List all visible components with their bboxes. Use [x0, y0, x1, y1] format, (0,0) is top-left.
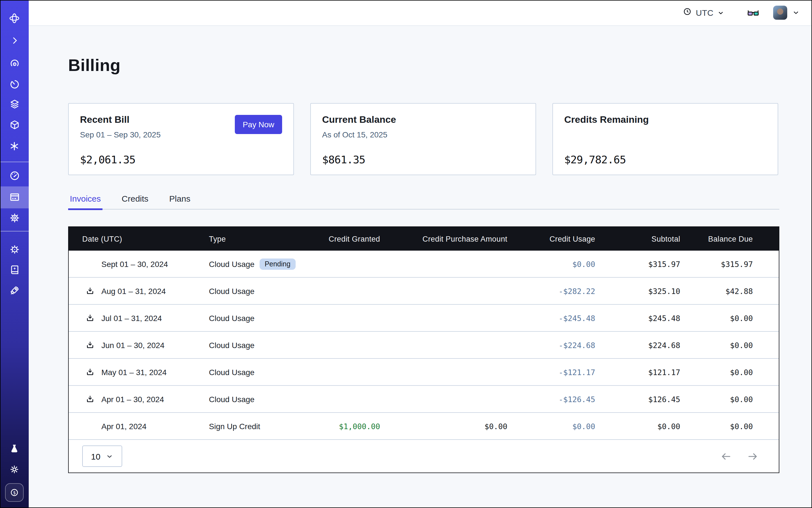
- summary-cards: Recent Bill Sep 01 – Sep 30, 2025 $2,061…: [68, 103, 779, 175]
- card-subtitle: As of Oct 15, 2025: [322, 130, 524, 140]
- download-slot-empty: [86, 421, 95, 431]
- layers-icon[interactable]: [0, 95, 29, 114]
- helm-icon[interactable]: [0, 240, 29, 259]
- gear-icon[interactable]: [0, 208, 29, 227]
- invoice-subtotal-amount: $0.00: [595, 422, 680, 431]
- invoice-date: Apr 01 – 30, 2024: [101, 394, 164, 404]
- card-title: Credits Remaining: [564, 114, 766, 126]
- download-invoice-icon[interactable]: [86, 367, 95, 377]
- column-header: Credit Purchase Amount: [380, 235, 507, 243]
- table-row: May 01 – 31, 2024Cloud Usage-$121.17$121…: [69, 359, 779, 386]
- current-balance-card: Current Balance As of Oct 15, 2025 $861.…: [310, 103, 536, 175]
- card-subtitle: [564, 130, 766, 140]
- sidebar-divider: [0, 231, 29, 231]
- invoice-usage-amount: -$245.48: [507, 313, 595, 323]
- rocket-icon[interactable]: [0, 281, 29, 300]
- invoice-date: Apr 01, 2024: [101, 422, 146, 431]
- pagination-arrows: [720, 450, 759, 462]
- table-row: Apr 01, 2024Sign Up Credit$1,000.00$0.00…: [69, 413, 779, 440]
- chevron-right-icon[interactable]: [0, 31, 29, 50]
- sidebar: $: [0, 0, 29, 508]
- orbit-logo-icon[interactable]: [0, 8, 29, 28]
- tab-invoices[interactable]: Invoices: [68, 194, 102, 210]
- table-row: Aug 01 – 31, 2024Cloud Usage-$282.22$325…: [69, 278, 779, 305]
- chevron-down-icon[interactable]: [792, 9, 800, 16]
- invoice-balance-amount: $0.00: [680, 368, 753, 377]
- invoice-date: Jun 01 – 30, 2024: [101, 340, 164, 349]
- glasses-icon[interactable]: [747, 6, 760, 19]
- timezone-selector[interactable]: UTC: [682, 7, 724, 18]
- invoice-type: Cloud Usage: [209, 394, 255, 404]
- status-badge: Pending: [260, 258, 296, 269]
- invoice-balance-amount: $0.00: [680, 394, 753, 404]
- invoice-type: Cloud Usage: [209, 286, 255, 295]
- download-invoice-icon[interactable]: [86, 340, 95, 350]
- invoice-type: Sign Up Credit: [209, 422, 260, 431]
- invoice-subtotal-amount: $245.48: [595, 313, 680, 323]
- column-header: Subtotal: [595, 235, 680, 243]
- tab-credits[interactable]: Credits: [120, 194, 150, 210]
- table-row: Apr 01 – 30, 2024Cloud Usage-$126.45$126…: [69, 386, 779, 413]
- billing-content: Billing Recent Bill Sep 01 – Sep 30, 202…: [68, 26, 779, 473]
- download-invoice-icon[interactable]: [86, 313, 95, 323]
- table-row: Jun 01 – 30, 2024Cloud Usage-$224.68$224…: [69, 332, 779, 359]
- download-slot-empty: [86, 259, 95, 269]
- invoice-usage-amount: -$126.45: [507, 394, 595, 404]
- flask-icon[interactable]: [0, 439, 29, 458]
- invoice-usage-amount: $0.00: [507, 259, 595, 268]
- user-avatar[interactable]: [773, 6, 787, 20]
- invoice-date: Jul 01 – 31, 2024: [101, 313, 162, 323]
- invoice-usage-amount: $0.00: [507, 422, 595, 431]
- invoice-type: Cloud Usage: [209, 340, 255, 349]
- timezone-label: UTC: [696, 8, 714, 17]
- download-invoice-icon[interactable]: [86, 286, 95, 296]
- tab-plans[interactable]: Plans: [168, 194, 192, 210]
- invoice-balance-amount: $0.00: [680, 340, 753, 349]
- invoice-balance-amount: $42.88: [680, 286, 753, 295]
- column-header: Date (UTC): [69, 235, 207, 243]
- billing-card-icon[interactable]: [0, 187, 29, 207]
- invoice-type: Cloud Usage: [209, 313, 255, 323]
- invoice-usage-amount: -$121.17: [507, 368, 595, 377]
- table-header: Date (UTC)TypeCredit GrantedCredit Purch…: [69, 227, 779, 251]
- invoice-type: Cloud Usage: [209, 368, 255, 377]
- asterisk-icon[interactable]: [0, 136, 29, 156]
- timer-icon[interactable]: [0, 74, 29, 93]
- column-header: Credit Usage: [507, 235, 595, 243]
- page-size-select[interactable]: 10: [82, 446, 122, 467]
- column-header: Balance Due: [680, 235, 753, 243]
- page-size-value: 10: [91, 452, 100, 461]
- invoice-subtotal-amount: $121.17: [595, 368, 680, 377]
- invoice-granted-amount: $1,000.00: [316, 422, 380, 431]
- chevron-down-icon: [106, 453, 114, 460]
- pay-now-button[interactable]: Pay Now: [235, 115, 282, 134]
- invoice-subtotal-amount: $126.45: [595, 394, 680, 404]
- download-invoice-icon[interactable]: [86, 394, 95, 404]
- invoices-table: Date (UTC)TypeCredit GrantedCredit Purch…: [68, 226, 779, 473]
- recent-bill-amount: $2,061.35: [80, 153, 135, 166]
- invoice-subtotal-amount: $224.68: [595, 340, 680, 349]
- gauge-icon[interactable]: [0, 166, 29, 185]
- table-footer: 10: [69, 440, 779, 472]
- sidebar-divider: [0, 162, 29, 162]
- book-sparkle-icon[interactable]: [0, 260, 29, 279]
- spiral-eye-icon[interactable]: [0, 54, 29, 73]
- previous-page-icon[interactable]: [720, 450, 732, 462]
- invoice-balance-amount: $315.97: [680, 259, 753, 268]
- invoice-balance-amount: $0.00: [680, 313, 753, 323]
- cube-icon[interactable]: [0, 116, 29, 135]
- invoice-balance-amount: $0.00: [680, 422, 753, 431]
- recent-bill-card: Recent Bill Sep 01 – Sep 30, 2025 $2,061…: [68, 103, 294, 175]
- next-page-icon[interactable]: [747, 450, 759, 462]
- invoice-type: Cloud Usage: [209, 259, 255, 268]
- table-body: Sept 01 – 30, 2024Cloud UsagePending$0.0…: [69, 251, 779, 440]
- invoice-subtotal-amount: $315.97: [595, 259, 680, 268]
- svg-text:$: $: [13, 490, 16, 495]
- table-row: Sept 01 – 30, 2024Cloud UsagePending$0.0…: [69, 251, 779, 278]
- sun-icon[interactable]: [0, 460, 29, 479]
- credits-remaining-amount: $29,782.65: [564, 153, 626, 166]
- dollar-badge-icon[interactable]: $: [5, 483, 24, 502]
- invoice-date: May 01 – 31, 2024: [101, 368, 167, 377]
- billing-app: $ UTC: [0, 0, 812, 508]
- topbar: UTC: [29, 0, 812, 26]
